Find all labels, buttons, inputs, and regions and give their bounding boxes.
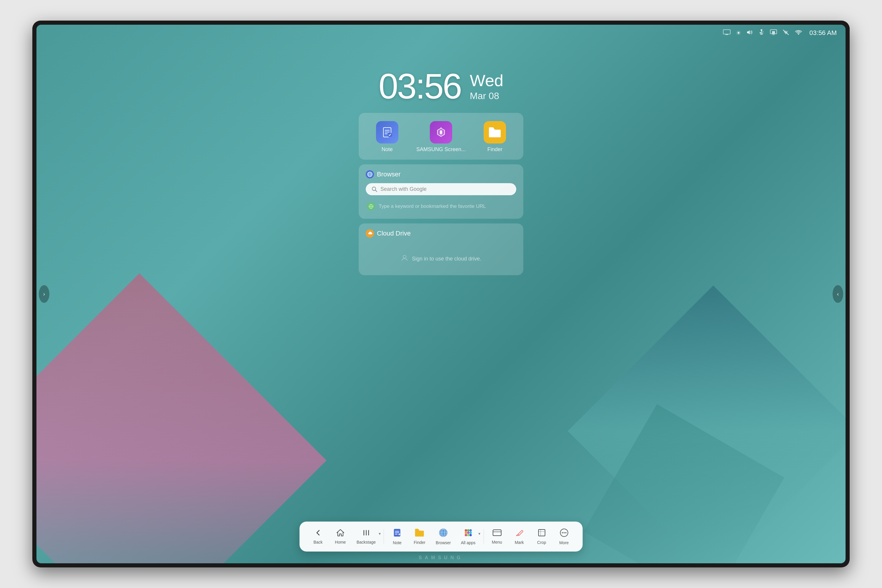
- taskbar-all-apps[interactable]: All apps: [457, 526, 480, 548]
- cards-container: Note SAMSUNG Screen...: [358, 113, 524, 275]
- cloud-card-header: Cloud Drive: [366, 230, 516, 237]
- browser-link-icon: [367, 202, 375, 210]
- cloud-signin: Sign in to use the cloud drive.: [366, 242, 516, 269]
- backstage-dropdown-icon[interactable]: ▾: [379, 531, 381, 536]
- svg-line-19: [375, 190, 377, 192]
- app-note[interactable]: Note: [376, 121, 398, 153]
- search-placeholder: Search with Google: [380, 186, 427, 192]
- menu-taskbar-icon: [492, 529, 502, 538]
- svg-point-42: [469, 531, 472, 534]
- clock-month-date: Mar 08: [470, 90, 503, 101]
- all-apps-dropdown-icon[interactable]: ▾: [478, 531, 480, 536]
- more-taskbar-icon: [559, 528, 568, 539]
- backstage-icon: [362, 529, 370, 538]
- search-bar[interactable]: Search with Google: [366, 183, 516, 195]
- mark-taskbar-icon: [515, 528, 524, 538]
- browser-card-header: Browser: [366, 170, 516, 178]
- clock-widget: 03:56 Wed Mar 08: [379, 66, 503, 106]
- note-icon-wrapper: [376, 121, 398, 144]
- taskbar-divider-2: [483, 529, 484, 544]
- wifi-icon: [795, 29, 802, 37]
- svg-point-40: [465, 531, 467, 534]
- taskbar-mark[interactable]: Mark: [509, 526, 530, 547]
- tv-frame: ☀: [32, 21, 850, 567]
- note-taskbar-icon: [393, 528, 402, 539]
- right-arrow[interactable]: ‹: [832, 285, 843, 303]
- browser-header-icon: [366, 170, 374, 178]
- back-icon: [314, 529, 322, 538]
- cast-icon: [770, 29, 777, 37]
- finder-taskbar-label: Finder: [414, 540, 425, 545]
- taskbar-more[interactable]: More: [554, 526, 574, 548]
- more-taskbar-label: More: [559, 540, 568, 545]
- finder-icon-wrapper: [484, 121, 506, 144]
- svg-point-23: [403, 255, 406, 258]
- svg-point-53: [561, 532, 563, 533]
- svg-point-18: [372, 187, 376, 190]
- brightness-icon: ☀: [736, 29, 741, 36]
- all-apps-taskbar-label: All apps: [461, 540, 476, 545]
- taskbar-back[interactable]: Back: [308, 526, 328, 547]
- browser-taskbar-icon: [439, 528, 448, 539]
- svg-point-43: [465, 534, 467, 536]
- taskbar-note[interactable]: Note: [387, 526, 408, 548]
- cloud-signin-text: Sign in to use the cloud drive.: [412, 256, 481, 262]
- samsung-screen-icon-wrapper: [430, 121, 452, 144]
- browser-card: Browser Search with Google: [358, 164, 524, 219]
- clock-time: 03:56: [379, 66, 461, 106]
- home-icon: [336, 529, 345, 538]
- cloud-card: Cloud Drive Sign in to use the cloud dri…: [358, 224, 524, 275]
- clock-date: Wed Mar 08: [470, 70, 503, 102]
- svg-point-3: [760, 32, 761, 33]
- search-icon: [372, 186, 378, 192]
- app-grid-card: Note SAMSUNG Screen...: [358, 113, 524, 160]
- usb-icon: [758, 29, 765, 37]
- svg-point-38: [467, 529, 469, 531]
- clock-day: Wed: [470, 70, 503, 90]
- menu-taskbar-label: Menu: [492, 540, 502, 544]
- back-label: Back: [314, 540, 322, 544]
- svg-rect-1: [760, 29, 762, 31]
- taskbar-backstage[interactable]: Backstage: [352, 526, 380, 547]
- svg-rect-49: [538, 530, 545, 536]
- crop-taskbar-label: Crop: [537, 540, 546, 545]
- taskbar-browser[interactable]: Browser: [432, 526, 455, 548]
- finder-taskbar-icon: [414, 528, 424, 538]
- cloud-title: Cloud Drive: [377, 230, 411, 237]
- crop-taskbar-icon: [537, 528, 546, 538]
- status-time: 03:56 AM: [809, 29, 837, 37]
- svg-point-55: [565, 532, 566, 533]
- browser-link-text: Type a keyword or bookmarked the favorit…: [379, 204, 486, 209]
- svg-rect-46: [493, 530, 501, 536]
- samsung-brand-text: SAMSUNG: [418, 555, 464, 560]
- finder-app-label: Finder: [488, 146, 502, 153]
- svg-point-41: [467, 531, 469, 534]
- svg-point-37: [465, 529, 467, 531]
- backstage-label: Backstage: [357, 540, 376, 544]
- taskbar-menu[interactable]: Menu: [487, 526, 507, 547]
- svg-point-44: [467, 534, 469, 536]
- volume-icon: [747, 30, 753, 36]
- home-label: Home: [335, 540, 346, 544]
- taskbar-crop[interactable]: Crop: [531, 526, 552, 547]
- all-apps-taskbar-icon: [464, 528, 473, 539]
- svg-point-39: [469, 529, 472, 531]
- status-bar: ☀: [36, 25, 846, 41]
- note-taskbar-label: Note: [393, 540, 402, 545]
- svg-point-45: [469, 534, 472, 536]
- taskbar-finder[interactable]: Finder: [409, 526, 430, 547]
- browser-taskbar-label: Browser: [436, 540, 451, 545]
- taskbar-divider-1: [384, 529, 384, 544]
- taskbar: Back Home: [300, 522, 583, 552]
- svg-point-54: [563, 532, 564, 533]
- svg-rect-5: [772, 31, 775, 34]
- browser-links: Type a keyword or bookmarked the favorit…: [366, 200, 516, 213]
- cloud-user-icon: [401, 254, 408, 263]
- mark-taskbar-label: Mark: [515, 540, 524, 545]
- app-finder[interactable]: Finder: [484, 121, 506, 153]
- svg-point-7: [798, 33, 799, 35]
- svg-rect-0: [723, 30, 730, 34]
- left-arrow[interactable]: ›: [39, 285, 50, 303]
- taskbar-home[interactable]: Home: [330, 526, 351, 547]
- app-samsung-screen[interactable]: SAMSUNG Screen...: [416, 121, 466, 153]
